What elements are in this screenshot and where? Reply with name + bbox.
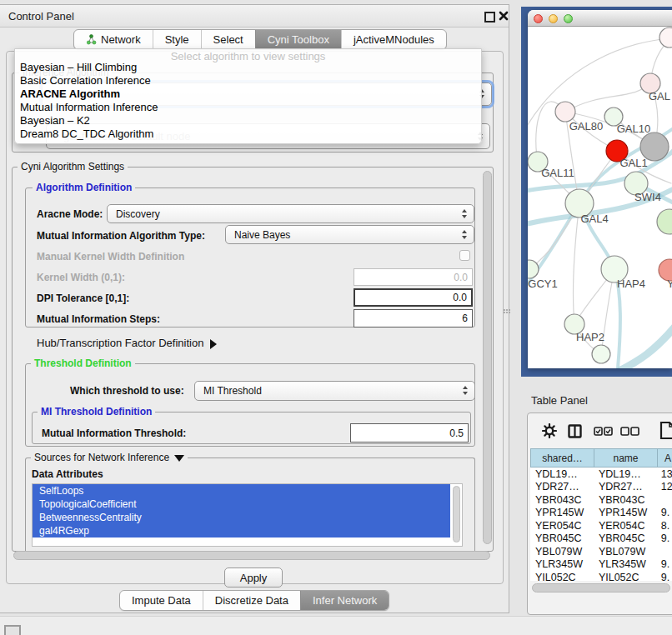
network-node[interactable] bbox=[592, 345, 610, 363]
tab-network[interactable]: Network bbox=[74, 30, 153, 49]
tab-impute-data[interactable]: Impute Data bbox=[120, 591, 203, 610]
top-tab-bar: NetworkStyleSelectCyni ToolboxjActiveMNo… bbox=[73, 29, 447, 50]
table-cell[interactable]: YLR345W bbox=[594, 558, 656, 570]
table-cell[interactable]: 9. bbox=[656, 558, 672, 570]
dropdown-item[interactable]: ARACNE Algorithm bbox=[15, 88, 481, 101]
dropdown-placeholder: Select algorithm to view settings bbox=[15, 49, 481, 61]
dropdown-item[interactable]: Mutual Information Inference bbox=[15, 101, 481, 114]
network-node[interactable] bbox=[659, 28, 672, 48]
table-cell[interactable]: YLR345W bbox=[530, 558, 594, 570]
close-traffic-light-icon[interactable] bbox=[534, 14, 543, 23]
table-cell[interactable]: YBL079W bbox=[594, 546, 656, 558]
table-cell[interactable]: YDR27… bbox=[530, 481, 594, 492]
table-cell[interactable]: 8. bbox=[656, 520, 672, 532]
tab-style[interactable]: Style bbox=[153, 30, 201, 49]
table-row[interactable]: YPR145WYPR145W9. bbox=[530, 507, 672, 520]
table-cell[interactable]: 13 bbox=[656, 468, 672, 480]
table-cell[interactable]: YBR043C bbox=[530, 494, 594, 506]
network-edge[interactable] bbox=[573, 203, 579, 324]
minimized-panel-icon[interactable] bbox=[4, 625, 21, 635]
new-table-document-icon[interactable] bbox=[659, 421, 672, 440]
network-node[interactable] bbox=[657, 209, 672, 234]
table-column-header[interactable]: name bbox=[594, 448, 658, 468]
network-node-gal80[interactable] bbox=[555, 102, 575, 122]
apply-button[interactable]: Apply bbox=[224, 568, 283, 588]
table-cell[interactable]: YIL052C bbox=[594, 572, 656, 581]
table-cell[interactable]: YPR145W bbox=[594, 507, 656, 518]
dpi-tolerance-field[interactable]: 0.0 bbox=[354, 288, 473, 307]
network-edge[interactable] bbox=[579, 203, 620, 368]
show-columns-icon[interactable] bbox=[568, 424, 582, 438]
table-row[interactable]: YBL079WYBL079W bbox=[530, 545, 672, 558]
table-cell[interactable]: YBR045C bbox=[530, 532, 594, 544]
data-attribute-item[interactable]: TopologicalCoefficient bbox=[33, 498, 450, 511]
data-attribute-item[interactable]: gal4RGexp bbox=[33, 524, 450, 538]
tab-cyni-toolbox[interactable]: Cyni Toolbox bbox=[255, 30, 341, 49]
table-column-header[interactable]: A bbox=[658, 448, 672, 468]
table-row[interactable]: YDL19…YDL19…13 bbox=[530, 468, 672, 481]
dropdown-item[interactable]: Dream8 DC_TDC Algorithm bbox=[15, 128, 481, 141]
mi-algorithm-type-combo[interactable]: Naive Bayes bbox=[225, 225, 474, 244]
settings-horizontal-scrollbar[interactable] bbox=[13, 551, 490, 560]
data-attribute-item[interactable]: SelfLoops bbox=[33, 484, 450, 498]
network-canvas[interactable]: GALGAL80GAL10GAL1GAL11SWI4GAL4GCY1HAP4YH… bbox=[528, 27, 672, 368]
table-cell[interactable]: YBR045C bbox=[594, 532, 656, 544]
network-window[interactable]: GALGAL80GAL10GAL1GAL11SWI4GAL4GCY1HAP4YH… bbox=[528, 10, 672, 368]
data-attribute-item[interactable]: BetweennessCentrality bbox=[33, 511, 450, 524]
table-cell[interactable]: YBL079W bbox=[530, 546, 594, 558]
hub-section[interactable]: Hub/Transcription Factor Definition bbox=[37, 337, 217, 349]
algorithm-definition-legend: Algorithm Definition bbox=[33, 182, 135, 193]
aracne-mode-combo[interactable]: Discovery bbox=[107, 204, 474, 223]
tab-infer-network[interactable]: Infer Network bbox=[300, 591, 389, 610]
table-cell[interactable]: 9. bbox=[656, 532, 672, 544]
table-cell[interactable]: 12 bbox=[656, 481, 672, 492]
mi-threshold-field[interactable]: 0.5 bbox=[350, 423, 469, 442]
collapse-down-icon[interactable] bbox=[174, 455, 184, 462]
table-cell[interactable]: YBR043C bbox=[594, 494, 656, 506]
dropdown-item[interactable]: Basic Correlation Inference bbox=[15, 74, 481, 88]
table-column-header[interactable]: shared… bbox=[530, 448, 594, 468]
table-cell[interactable]: YDL19… bbox=[594, 468, 656, 480]
network-edge[interactable] bbox=[618, 323, 672, 368]
table-cell[interactable]: YPR145W bbox=[530, 507, 594, 518]
table-row[interactable]: YBR045CYBR045C9. bbox=[530, 532, 672, 546]
tab-discretize-data[interactable]: Discretize Data bbox=[203, 591, 300, 610]
attributes-scrollbar[interactable] bbox=[453, 486, 460, 542]
select-all-checkboxes-icon[interactable] bbox=[594, 427, 613, 437]
network-edge[interactable] bbox=[565, 83, 650, 112]
tab-jactivemnodules[interactable]: jActiveMNodules bbox=[341, 30, 446, 49]
table-cell[interactable]: YDR27… bbox=[594, 481, 656, 492]
table-horizontal-scrollbar[interactable] bbox=[532, 583, 670, 592]
float-window-icon[interactable] bbox=[484, 12, 495, 22]
zoom-traffic-light-icon[interactable] bbox=[564, 14, 573, 23]
table-row[interactable]: YLR345WYLR345W9. bbox=[530, 558, 672, 572]
table-cell[interactable]: 9. bbox=[656, 507, 672, 518]
table-row[interactable]: YIL052CYIL052C9. bbox=[530, 571, 672, 581]
table-row[interactable]: YER054CYER054C8. bbox=[530, 519, 672, 532]
table-cell[interactable]: YIL052C bbox=[530, 572, 594, 581]
split-pane-handle[interactable] bbox=[504, 306, 510, 316]
deselect-all-checkboxes-icon[interactable] bbox=[620, 427, 639, 437]
control-panel-window: Control Panel NetworkStyleSelectCyni Too… bbox=[0, 4, 509, 613]
minimize-traffic-light-icon[interactable] bbox=[549, 14, 558, 23]
which-threshold-combo[interactable]: MI Threshold bbox=[194, 381, 475, 401]
table-row[interactable]: YBR043CYBR043C bbox=[530, 493, 672, 507]
close-window-icon[interactable] bbox=[498, 10, 509, 22]
tab-select[interactable]: Select bbox=[201, 30, 255, 49]
dropdown-item[interactable]: Bayesian – K2 bbox=[15, 114, 481, 128]
network-window-titlebar[interactable] bbox=[528, 10, 672, 27]
table-cell[interactable]: YER054C bbox=[594, 520, 656, 532]
sources-legend[interactable]: Sources for Network Inference bbox=[31, 452, 188, 463]
mi-steps-field[interactable]: 6 bbox=[354, 309, 473, 328]
table-cell[interactable]: YDL19… bbox=[530, 468, 594, 480]
settings-vertical-scrollbar[interactable] bbox=[483, 171, 492, 544]
table-settings-gear-icon[interactable] bbox=[542, 423, 557, 438]
table-cell[interactable]: YER054C bbox=[530, 520, 594, 532]
table-cell[interactable]: 9. bbox=[656, 572, 672, 581]
kernel-width-field: 0.0 bbox=[354, 268, 473, 286]
kernel-width-value: 0.0 bbox=[454, 272, 468, 283]
table-row[interactable]: YDR27…YDR27…12 bbox=[530, 481, 672, 494]
expand-right-icon[interactable] bbox=[210, 339, 217, 349]
manual-kernel-checkbox[interactable] bbox=[459, 250, 470, 261]
dropdown-item[interactable]: Bayesian – Hill Climbing bbox=[15, 61, 481, 74]
